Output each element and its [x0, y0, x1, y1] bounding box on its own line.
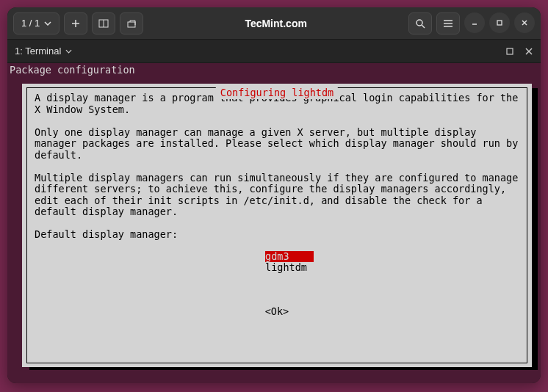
search-button[interactable] [408, 12, 432, 35]
tabbar-right [505, 47, 533, 56]
svg-line-4 [422, 25, 425, 28]
close-button[interactable] [514, 12, 535, 33]
window-title: TecMint.com [148, 18, 404, 29]
option-lightdm[interactable]: lightdm [265, 262, 314, 274]
svg-rect-9 [497, 21, 502, 25]
new-tab-button[interactable] [64, 12, 87, 35]
tab-counter[interactable]: 1 / 1 [13, 12, 60, 35]
chevron-down-icon [44, 21, 51, 26]
broadcast-icon [126, 18, 137, 29]
tab-counter-label: 1 / 1 [21, 18, 40, 29]
search-icon [415, 18, 425, 29]
svg-rect-12 [507, 48, 513, 54]
close-icon [521, 19, 528, 26]
maximize-button[interactable] [489, 12, 510, 33]
maximize-icon [496, 19, 503, 26]
option-gdm3[interactable]: gdm3 [265, 251, 314, 263]
dialog-title: Configuring lightdm [216, 87, 338, 99]
split-icon [98, 18, 109, 29]
config-dialog: Configuring lightdm A display manager is… [22, 84, 532, 367]
menu-button[interactable] [436, 12, 460, 35]
tab-label: 1: Terminal [15, 46, 61, 57]
tab-close-icon[interactable] [524, 47, 533, 56]
tabbar: 1: Terminal [7, 40, 541, 63]
dialog-para3: Multiple display managers can run simult… [35, 172, 524, 218]
plus-icon [71, 19, 80, 28]
titlebar-right [408, 12, 535, 35]
dialog-prompt: Default display manager: [35, 228, 178, 240]
hamburger-icon [443, 19, 453, 28]
dialog-para2: Only one display manager can manage a gi… [35, 126, 524, 161]
package-config-header: Package configuration [10, 65, 538, 76]
minimize-icon [471, 19, 478, 26]
titlebar: 1 / 1 TecMint.com [7, 7, 541, 40]
svg-point-3 [417, 20, 422, 26]
svg-rect-2 [128, 22, 135, 27]
option-list: gdm3lightdm [265, 251, 519, 274]
tab-maximize-icon[interactable] [505, 47, 514, 56]
terminal-viewport[interactable]: Package configuration Configuring lightd… [7, 63, 541, 383]
dialog-border: Configuring lightdm A display manager is… [26, 87, 527, 363]
terminal-tab[interactable]: 1: Terminal [15, 46, 72, 57]
chevron-down-icon [65, 49, 72, 54]
app-window: 1 / 1 TecMint.com [7, 7, 541, 383]
split-button[interactable] [92, 12, 115, 35]
ok-button[interactable]: <Ok> [265, 305, 289, 317]
broadcast-button[interactable] [120, 12, 143, 35]
dialog-body: A display manager is a program that prov… [27, 88, 527, 322]
minimize-button[interactable] [464, 12, 485, 33]
